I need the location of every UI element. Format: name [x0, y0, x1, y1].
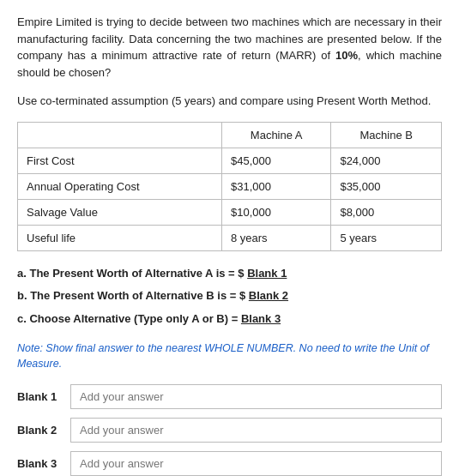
blank-1-row: Blank 1 [17, 384, 442, 409]
row-value-a-first-cost: $45,000 [221, 148, 330, 173]
blank-1-input[interactable] [70, 384, 442, 409]
row-label-salvage: Salvage Value [18, 199, 222, 225]
blank-2-input[interactable] [70, 418, 442, 443]
table-header-machine-a: Machine A [221, 122, 330, 148]
row-value-a-life: 8 years [221, 225, 330, 250]
table-row: Salvage Value $10,000 $8,000 [18, 199, 442, 225]
question-c: c. Choose Alternative (Type only A or B)… [17, 309, 442, 330]
row-label-life: Useful life [18, 225, 222, 250]
row-value-b-life: 5 years [331, 225, 442, 250]
questions-section: a. The Present Worth of Alternative A is… [17, 263, 442, 330]
row-label-aoc: Annual Operating Cost [18, 173, 222, 199]
table-header-empty [18, 122, 222, 148]
blank-1-label: Blank 1 [17, 390, 70, 403]
row-value-b-salvage: $8,000 [331, 199, 442, 225]
blank-ref-1: Blank 1 [247, 267, 287, 280]
question-b: b. The Present Worth of Alternative B is… [17, 286, 442, 307]
blank-3-input[interactable] [70, 451, 442, 476]
table-row: Annual Operating Cost $31,000 $35,000 [18, 173, 442, 199]
note-text: Note: Show final answer to the nearest W… [17, 340, 442, 373]
blank-2-label: Blank 2 [17, 424, 70, 437]
question-a: a. The Present Worth of Alternative A is… [17, 263, 442, 285]
instruction-text: Use co-terminated assumption (5 years) a… [17, 93, 442, 110]
data-table: Machine A Machine B First Cost $45,000 $… [17, 122, 442, 251]
row-value-a-salvage: $10,000 [221, 199, 330, 225]
table-header-machine-b: Machine B [331, 122, 442, 148]
row-label-first-cost: First Cost [18, 148, 222, 173]
blank-ref-3: Blank 3 [241, 312, 281, 325]
row-value-b-first-cost: $24,000 [331, 148, 442, 173]
blank-2-row: Blank 2 [17, 418, 442, 443]
row-value-a-aoc: $31,000 [221, 173, 330, 199]
row-value-b-aoc: $35,000 [331, 173, 442, 199]
table-row: First Cost $45,000 $24,000 [18, 148, 442, 173]
table-row: Useful life 8 years 5 years [18, 225, 442, 250]
intro-text: Empire Limited is trying to decide betwe… [17, 14, 442, 81]
blank-ref-2: Blank 2 [249, 289, 288, 302]
blank-3-row: Blank 3 [17, 451, 442, 476]
blank-3-label: Blank 3 [17, 457, 70, 470]
